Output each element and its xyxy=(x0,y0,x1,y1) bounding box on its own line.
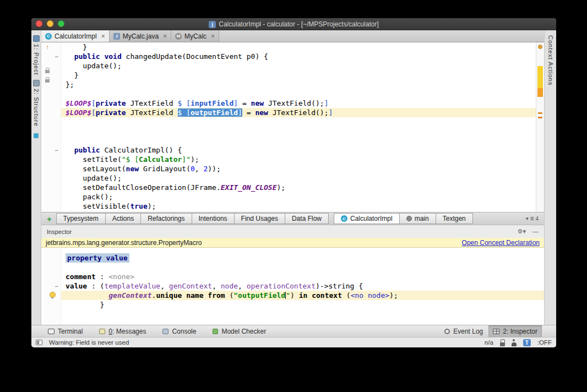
code-line[interactable]: value : (templateValue, genContext, node… xyxy=(61,281,544,291)
close-tab-icon[interactable]: × xyxy=(163,32,167,40)
aspect-tab-refactorings[interactable]: Refactorings xyxy=(140,213,192,224)
code-line[interactable] xyxy=(61,136,536,145)
toolwindow-label: 0: Messages xyxy=(108,328,146,335)
aspect-tab-intentions[interactable]: Intentions xyxy=(192,213,235,224)
editor-scrollbar[interactable] xyxy=(536,42,544,212)
close-tab-icon[interactable]: × xyxy=(101,32,105,40)
add-aspect-button[interactable]: + xyxy=(47,214,52,224)
inspector-icon xyxy=(493,329,499,334)
tab-overflow-button[interactable]: ▾ ≡ 4 xyxy=(526,215,539,222)
editor-code[interactable]: } public void changedUpdate(DocumentEven… xyxy=(61,42,536,212)
screen: j CalculatorImpl - calculator - [~/MPSPr… xyxy=(0,0,587,392)
code-line[interactable]: } xyxy=(61,42,536,52)
console-icon xyxy=(162,329,169,334)
aspect-tab-actions[interactable]: Actions xyxy=(105,213,141,224)
chevron-down-icon: ▾ xyxy=(526,216,529,221)
aspect-tab-main[interactable]: main xyxy=(399,213,436,224)
inspector-hide-icon[interactable]: — xyxy=(532,228,539,235)
scrollbar-tick-mark[interactable] xyxy=(538,112,542,114)
close-tab-icon[interactable]: × xyxy=(211,32,215,40)
aspect-tab-find-usages[interactable]: Find Usages xyxy=(234,213,285,224)
code-line[interactable]: update(); xyxy=(61,173,536,183)
ide-window: j CalculatorImpl - calculator - [~/MPSPr… xyxy=(31,18,556,347)
tab-label: MyCalc.java xyxy=(123,32,159,40)
project-icon xyxy=(33,35,40,42)
code-line[interactable]: public CalculatorImpl() { xyxy=(61,145,536,155)
scrollbar-tick-mark[interactable] xyxy=(538,117,542,118)
code-line[interactable]: } xyxy=(61,70,536,80)
code-line[interactable]: setDefaultCloseOperation(JFrame.EXIT_ON_… xyxy=(61,183,536,192)
code-line[interactable] xyxy=(61,263,544,272)
aspect-tab-label: main xyxy=(415,215,429,222)
toolwindow-button-0-messages[interactable]: 0: Messages xyxy=(95,325,150,337)
class-icon: C xyxy=(341,215,347,222)
fold-marker-icon[interactable]: − xyxy=(55,54,58,59)
aspect-tab-calculatorimpl[interactable]: CCalculatorImpl xyxy=(334,213,400,224)
code-line[interactable]: setLayout(new GridLayout(0, 2)); xyxy=(61,164,536,173)
code-line[interactable]: update(); xyxy=(61,61,536,70)
typesystem-badge[interactable]: T xyxy=(523,339,531,346)
tool-stripe-1-project[interactable]: 1: Project xyxy=(33,35,40,75)
editor-gutter: ↑ − − xyxy=(41,42,61,212)
editor-tab-calculatorimpl[interactable]: CCalculatorImpl× xyxy=(41,30,110,42)
code-line[interactable]: setTitle("$ [Calculator]"); xyxy=(61,155,536,164)
aspect-tab-textgen[interactable]: Textgen xyxy=(436,213,473,224)
inspector-code[interactable]: property value comment : <none>value : (… xyxy=(61,253,544,325)
code-line[interactable]: public void changedUpdate(DocumentEvent … xyxy=(61,52,536,61)
inspection-indicator-icon[interactable] xyxy=(538,45,542,49)
hierarchy-icon xyxy=(34,133,39,138)
scrollbar-warning-mark[interactable] xyxy=(537,88,543,97)
editor-tab-mycalc[interactable]: MMyCalc× xyxy=(171,30,219,42)
tool-stripe-context-actions[interactable]: Context Actions xyxy=(547,35,554,85)
code-line[interactable]: genContext.unique name from ("outputFiel… xyxy=(61,291,544,300)
toolwindow-button-console[interactable]: Console xyxy=(158,325,200,337)
toolwindow-button-2-inspector[interactable]: 2: Inspector xyxy=(488,325,542,337)
fold-marker-icon[interactable]: − xyxy=(55,284,58,289)
toolwindow-button-model-checker[interactable]: Model Checker xyxy=(208,325,270,337)
hector-inspector-icon[interactable] xyxy=(512,339,517,346)
model-icon xyxy=(406,216,412,221)
toolwindow-button-event-log[interactable]: Event Log xyxy=(440,325,487,337)
tool-stripe-label: 1: Project xyxy=(33,44,40,75)
aspect-tab-label: Typesystem xyxy=(63,215,99,222)
code-line[interactable] xyxy=(61,117,536,127)
inspector-content[interactable]: − property value comment : <none>value :… xyxy=(41,248,544,325)
messages-icon xyxy=(99,329,105,334)
aspect-tab-label: Refactorings xyxy=(148,215,184,222)
code-line[interactable]: $LOOP$[private JTextField $ [outputField… xyxy=(61,108,536,117)
code-line[interactable] xyxy=(61,89,536,99)
concept-bar: jetbrains.mps.lang.generator.structure.P… xyxy=(41,238,544,248)
code-line[interactable]: setVisible(true); xyxy=(61,202,536,211)
tool-stripe-label: Context Actions xyxy=(547,35,554,85)
inspector-settings-icon[interactable]: ⚙▾ xyxy=(518,228,526,235)
toolwindow-toggle-icon[interactable] xyxy=(36,340,42,345)
scrollbar-warning-mark[interactable] xyxy=(537,66,543,88)
inspector-header: Inspector ⚙▾ — xyxy=(41,225,544,238)
editor-tab-mycalc-java[interactable]: JMyCalc.java× xyxy=(110,30,171,42)
window-title: j CalculatorImpl - calculator - [~/MPSPr… xyxy=(31,18,556,30)
open-concept-declaration-link[interactable]: Open Concept Declaration xyxy=(462,239,540,247)
aspect-tab-typesystem[interactable]: Typesystem xyxy=(56,213,106,224)
file-type-icon: j xyxy=(209,21,216,28)
code-line[interactable]: pack(); xyxy=(61,192,536,202)
toolwindow-label: Model Checker xyxy=(221,328,266,335)
bottom-toolbar: Terminal0: MessagesConsoleModel Checker … xyxy=(31,325,556,337)
code-line[interactable]: $LOOP$[private JTextField $ [inputField]… xyxy=(61,99,536,108)
lock-icon[interactable] xyxy=(500,339,505,346)
toolwindow-button-terminal[interactable]: Terminal xyxy=(44,325,87,337)
tool-stripe-2-structure[interactable]: 2: Structure xyxy=(33,80,40,127)
override-arrow-icon[interactable]: ↑ xyxy=(46,43,49,51)
code-line[interactable]: comment : <none> xyxy=(61,272,544,281)
tab-label: MyCalc xyxy=(184,32,206,40)
right-tool-stripe: Context Actions xyxy=(544,30,556,325)
code-line[interactable]: property value xyxy=(61,253,544,263)
code-line[interactable]: }; xyxy=(61,80,536,89)
aspect-tab-label: Intentions xyxy=(199,215,227,222)
editor[interactable]: ↑ − − } public void changedUpdate(Docume… xyxy=(41,42,544,212)
fold-marker-icon[interactable]: − xyxy=(55,148,58,153)
intention-bulb-icon[interactable] xyxy=(50,292,55,298)
code-line[interactable]: } xyxy=(61,300,544,309)
aspect-tab-data-flow[interactable]: Data Flow xyxy=(285,213,329,224)
list-icon: ≡ xyxy=(530,215,534,222)
code-line[interactable] xyxy=(61,127,536,136)
